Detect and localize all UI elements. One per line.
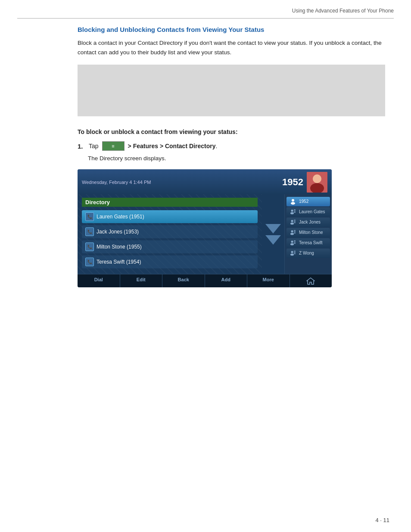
phone-right-panel: 1952 Lauren Gates: [284, 194, 332, 274]
contact-item-0[interactable]: 📞 Lauren Gates (1951): [82, 210, 258, 223]
bottom-btn-edit-label: Edit: [137, 277, 146, 282]
scroll-arrows-col: [262, 194, 284, 274]
contact-icon-3: 📞: [85, 258, 94, 266]
step-number: 1.: [78, 143, 85, 150]
svg-point-22: [290, 243, 294, 246]
phone-ui: Wednesday, February 4 1:44 PM 1952 Direc…: [78, 169, 332, 287]
contact-icon-1: 📞: [85, 227, 94, 236]
right-btn-4[interactable]: Teresa Swift: [286, 238, 330, 248]
subtitle-text: The Directory screen displays.: [88, 155, 385, 162]
page-number: 4 · 11: [375, 517, 389, 523]
home-icon: [306, 277, 315, 285]
phone-top-bar: Wednesday, February 4 1:44 PM 1952: [78, 169, 332, 194]
contact-item-2[interactable]: 📞 Milton Stone (1955): [82, 240, 258, 253]
svg-point-12: [290, 223, 294, 225]
contact-item-1[interactable]: 📞 Jack Jones (1953): [82, 225, 258, 238]
right-btn-contact-icon-1: [289, 209, 297, 215]
right-btn-label-5: Z Wong: [299, 251, 314, 256]
svg-point-5: [291, 202, 295, 205]
step-features-text: > Features > Contact Directory.: [128, 143, 218, 149]
right-btn-contact-icon-5: [289, 250, 297, 256]
bottom-btn-home[interactable]: [290, 274, 332, 287]
image-placeholder: [78, 65, 385, 116]
bottom-btn-more[interactable]: More: [247, 274, 290, 287]
right-btn-ext[interactable]: 1952: [286, 197, 330, 206]
phone-main-area: Directory 📞 Lauren Gates (1951) 📞 Jack J…: [78, 194, 332, 274]
avatar-image: [307, 172, 327, 193]
svg-point-27: [290, 254, 294, 256]
bottom-btn-back-label: Back: [178, 277, 189, 282]
svg-point-16: [291, 230, 293, 233]
phone-left-panel: Directory 📞 Lauren Gates (1951) 📞 Jack J…: [78, 194, 262, 274]
svg-point-6: [291, 210, 293, 212]
step-icon: ≡: [102, 141, 125, 151]
right-btn-contact-icon-2: [289, 219, 297, 225]
phone-ext-block: 1952: [282, 172, 327, 193]
phone-datetime: Wednesday, February 4 1:44 PM: [82, 180, 151, 185]
bottom-btn-add[interactable]: Add: [205, 274, 248, 287]
bottom-btn-edit[interactable]: Edit: [120, 274, 163, 287]
right-btn-1[interactable]: Lauren Gates: [286, 207, 330, 217]
svg-point-17: [290, 233, 294, 235]
svg-marker-31: [307, 278, 314, 284]
bottom-btn-add-label: Add: [221, 277, 230, 282]
contact-icon-0: 📞: [85, 212, 94, 221]
right-btn-3[interactable]: Milton Stone: [286, 228, 330, 237]
contact-name-0: Lauren Gates (1951): [97, 214, 144, 220]
contact-icon-2: 📞: [85, 243, 94, 251]
phone-bottom-bar: Dial Edit Back Add More: [78, 274, 332, 287]
instruction-heading: To block or unblock a contact from viewi…: [78, 128, 385, 135]
page-header: Using the Advanced Features of Your Phon…: [292, 8, 394, 14]
right-btn-5[interactable]: Z Wong: [286, 249, 330, 258]
bottom-btn-dial-label: Dial: [94, 277, 103, 282]
right-btn-ext-label: 1952: [299, 199, 308, 204]
svg-point-7: [290, 212, 294, 215]
bottom-btn-dial[interactable]: Dial: [78, 274, 120, 287]
contact-name-3: Teresa Swift (1954): [97, 259, 141, 265]
right-btn-label-2: Jack Jones: [299, 220, 321, 225]
svg-point-3: [313, 175, 321, 183]
bottom-btn-back[interactable]: Back: [162, 274, 205, 287]
svg-point-21: [291, 241, 293, 243]
right-btn-person-icon: [289, 199, 297, 205]
directory-label: Directory: [82, 198, 258, 207]
step-features-strong: > Features > Contact Directory: [128, 143, 216, 149]
step-tap-label: Tap: [89, 143, 99, 149]
right-btn-label-1: Lauren Gates: [299, 209, 325, 215]
svg-point-26: [291, 251, 293, 253]
phone-extension: 1952: [282, 177, 303, 188]
header-rule: [17, 18, 394, 19]
right-btn-contact-icon-4: [289, 240, 297, 246]
section-title: Blocking and Unblocking Contacts from Vi…: [78, 26, 385, 33]
right-btn-2[interactable]: Jack Jones: [286, 218, 330, 227]
contact-name-2: Milton Stone (1955): [97, 244, 142, 250]
step-icon-symbol: ≡: [112, 143, 114, 149]
svg-point-4: [292, 199, 294, 202]
scroll-down-arrow-2[interactable]: [265, 235, 281, 245]
contact-name-1: Jack Jones (1953): [97, 229, 139, 235]
svg-point-11: [291, 220, 293, 222]
avatar: [307, 172, 327, 193]
main-content: Blocking and Unblocking Contacts from Vi…: [78, 26, 385, 300]
right-btn-label-3: Milton Stone: [299, 230, 323, 235]
bottom-btn-more-label: More: [263, 277, 274, 282]
contact-item-3[interactable]: 📞 Teresa Swift (1954): [82, 255, 258, 268]
right-btn-label-4: Teresa Swift: [299, 240, 322, 246]
header-text: Using the Advanced Features of Your Phon…: [292, 8, 394, 14]
right-btn-contact-icon-3: [289, 230, 297, 236]
body-text: Block a contact in your Contact Director…: [78, 38, 385, 57]
step-1-row: 1. Tap ≡ > Features > Contact Directory.: [78, 141, 385, 151]
scroll-down-arrow-1[interactable]: [265, 224, 281, 233]
